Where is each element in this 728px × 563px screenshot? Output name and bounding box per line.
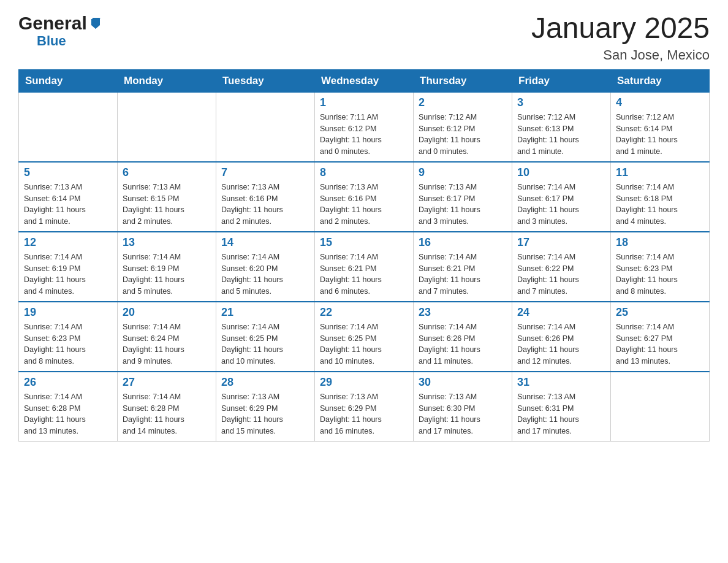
calendar-cell: 12Sunrise: 7:14 AMSunset: 6:19 PMDayligh… — [19, 232, 118, 302]
day-info: Sunrise: 7:13 AMSunset: 6:17 PMDaylight:… — [419, 182, 507, 228]
header-tuesday: Tuesday — [216, 69, 315, 92]
calendar-cell: 31Sunrise: 7:13 AMSunset: 6:31 PMDayligh… — [512, 372, 611, 442]
day-number: 26 — [24, 376, 112, 389]
calendar-cell — [216, 92, 315, 162]
header-friday: Friday — [512, 69, 611, 92]
logo-blue-label: Blue — [37, 34, 102, 48]
header-thursday: Thursday — [414, 69, 512, 92]
calendar-cell: 14Sunrise: 7:14 AMSunset: 6:20 PMDayligh… — [216, 232, 315, 302]
day-number: 27 — [123, 376, 211, 389]
calendar-cell: 5Sunrise: 7:13 AMSunset: 6:14 PMDaylight… — [19, 162, 118, 232]
day-number: 9 — [419, 166, 507, 179]
calendar-week-row: 1Sunrise: 7:11 AMSunset: 6:12 PMDaylight… — [19, 92, 710, 162]
day-number: 1 — [320, 96, 408, 109]
day-info: Sunrise: 7:11 AMSunset: 6:12 PMDaylight:… — [320, 112, 408, 158]
calendar-cell: 17Sunrise: 7:14 AMSunset: 6:22 PMDayligh… — [512, 232, 611, 302]
day-number: 28 — [221, 376, 309, 389]
day-info: Sunrise: 7:14 AMSunset: 6:27 PMDaylight:… — [616, 321, 704, 367]
day-info: Sunrise: 7:13 AMSunset: 6:30 PMDaylight:… — [419, 391, 507, 437]
calendar-cell: 11Sunrise: 7:14 AMSunset: 6:18 PMDayligh… — [611, 162, 710, 232]
day-info: Sunrise: 7:14 AMSunset: 6:26 PMDaylight:… — [517, 321, 605, 367]
calendar-table: SundayMondayTuesdayWednesdayThursdayFrid… — [18, 69, 710, 442]
day-number: 14 — [221, 236, 309, 249]
header-sunday: Sunday — [19, 69, 118, 92]
logo-general-label: General — [18, 13, 87, 34]
calendar-cell: 28Sunrise: 7:13 AMSunset: 6:29 PMDayligh… — [216, 372, 315, 442]
day-number: 24 — [517, 306, 605, 319]
calendar-cell: 26Sunrise: 7:14 AMSunset: 6:28 PMDayligh… — [19, 372, 118, 442]
day-number: 21 — [221, 306, 309, 319]
calendar-title: January 2025 — [531, 12, 710, 45]
day-info: Sunrise: 7:14 AMSunset: 6:19 PMDaylight:… — [24, 251, 112, 297]
calendar-cell: 25Sunrise: 7:14 AMSunset: 6:27 PMDayligh… — [611, 302, 710, 372]
logo-arrow-icon — [89, 13, 102, 34]
calendar-cell — [118, 92, 216, 162]
calendar-cell: 4Sunrise: 7:12 AMSunset: 6:14 PMDaylight… — [611, 92, 710, 162]
calendar-cell: 7Sunrise: 7:13 AMSunset: 6:16 PMDaylight… — [216, 162, 315, 232]
day-number: 20 — [123, 306, 211, 319]
day-number: 25 — [616, 306, 704, 319]
logo-general-text: General — [18, 12, 102, 34]
calendar-cell: 15Sunrise: 7:14 AMSunset: 6:21 PMDayligh… — [315, 232, 414, 302]
calendar-cell: 1Sunrise: 7:11 AMSunset: 6:12 PMDaylight… — [315, 92, 414, 162]
calendar-header-row: SundayMondayTuesdayWednesdayThursdayFrid… — [19, 69, 710, 92]
calendar-cell — [611, 372, 710, 442]
calendar-cell: 24Sunrise: 7:14 AMSunset: 6:26 PMDayligh… — [512, 302, 611, 372]
day-number: 19 — [24, 306, 112, 319]
day-number: 31 — [517, 376, 605, 389]
day-info: Sunrise: 7:13 AMSunset: 6:29 PMDaylight:… — [221, 391, 309, 437]
day-number: 4 — [616, 96, 704, 109]
day-info: Sunrise: 7:14 AMSunset: 6:25 PMDaylight:… — [320, 321, 408, 367]
calendar-cell: 30Sunrise: 7:13 AMSunset: 6:30 PMDayligh… — [414, 372, 512, 442]
calendar-cell: 8Sunrise: 7:13 AMSunset: 6:16 PMDaylight… — [315, 162, 414, 232]
day-number: 13 — [123, 236, 211, 249]
day-number: 29 — [320, 376, 408, 389]
header-monday: Monday — [118, 69, 216, 92]
day-number: 3 — [517, 96, 605, 109]
day-info: Sunrise: 7:14 AMSunset: 6:21 PMDaylight:… — [320, 251, 408, 297]
calendar-cell: 3Sunrise: 7:12 AMSunset: 6:13 PMDaylight… — [512, 92, 611, 162]
day-info: Sunrise: 7:14 AMSunset: 6:25 PMDaylight:… — [221, 321, 309, 367]
day-info: Sunrise: 7:14 AMSunset: 6:28 PMDaylight:… — [24, 391, 112, 437]
day-info: Sunrise: 7:14 AMSunset: 6:20 PMDaylight:… — [221, 251, 309, 297]
calendar-cell: 23Sunrise: 7:14 AMSunset: 6:26 PMDayligh… — [414, 302, 512, 372]
day-number: 30 — [419, 376, 507, 389]
day-number: 11 — [616, 166, 704, 179]
day-info: Sunrise: 7:14 AMSunset: 6:19 PMDaylight:… — [123, 251, 211, 297]
calendar-cell: 27Sunrise: 7:14 AMSunset: 6:28 PMDayligh… — [118, 372, 216, 442]
day-number: 22 — [320, 306, 408, 319]
calendar-cell: 13Sunrise: 7:14 AMSunset: 6:19 PMDayligh… — [118, 232, 216, 302]
day-info: Sunrise: 7:14 AMSunset: 6:26 PMDaylight:… — [419, 321, 507, 367]
logo: General Blue — [18, 12, 102, 48]
day-number: 6 — [123, 166, 211, 179]
calendar-cell: 2Sunrise: 7:12 AMSunset: 6:12 PMDaylight… — [414, 92, 512, 162]
day-info: Sunrise: 7:13 AMSunset: 6:15 PMDaylight:… — [123, 182, 211, 228]
day-number: 10 — [517, 166, 605, 179]
day-info: Sunrise: 7:14 AMSunset: 6:23 PMDaylight:… — [616, 251, 704, 297]
calendar-cell: 19Sunrise: 7:14 AMSunset: 6:23 PMDayligh… — [19, 302, 118, 372]
day-info: Sunrise: 7:12 AMSunset: 6:14 PMDaylight:… — [616, 112, 704, 158]
header-wednesday: Wednesday — [315, 69, 414, 92]
day-info: Sunrise: 7:14 AMSunset: 6:24 PMDaylight:… — [123, 321, 211, 367]
day-info: Sunrise: 7:13 AMSunset: 6:14 PMDaylight:… — [24, 182, 112, 228]
day-info: Sunrise: 7:12 AMSunset: 6:13 PMDaylight:… — [517, 112, 605, 158]
calendar-cell: 18Sunrise: 7:14 AMSunset: 6:23 PMDayligh… — [611, 232, 710, 302]
day-info: Sunrise: 7:13 AMSunset: 6:31 PMDaylight:… — [517, 391, 605, 437]
day-info: Sunrise: 7:13 AMSunset: 6:16 PMDaylight:… — [320, 182, 408, 228]
day-number: 17 — [517, 236, 605, 249]
page-header: General Blue January 2025 San Jose, Mexi… — [18, 12, 710, 63]
day-number: 5 — [24, 166, 112, 179]
calendar-week-row: 19Sunrise: 7:14 AMSunset: 6:23 PMDayligh… — [19, 302, 710, 372]
calendar-cell: 22Sunrise: 7:14 AMSunset: 6:25 PMDayligh… — [315, 302, 414, 372]
day-info: Sunrise: 7:14 AMSunset: 6:23 PMDaylight:… — [24, 321, 112, 367]
calendar-cell: 10Sunrise: 7:14 AMSunset: 6:17 PMDayligh… — [512, 162, 611, 232]
calendar-week-row: 5Sunrise: 7:13 AMSunset: 6:14 PMDaylight… — [19, 162, 710, 232]
day-info: Sunrise: 7:12 AMSunset: 6:12 PMDaylight:… — [419, 112, 507, 158]
calendar-cell: 6Sunrise: 7:13 AMSunset: 6:15 PMDaylight… — [118, 162, 216, 232]
day-info: Sunrise: 7:13 AMSunset: 6:29 PMDaylight:… — [320, 391, 408, 437]
calendar-cell: 20Sunrise: 7:14 AMSunset: 6:24 PMDayligh… — [118, 302, 216, 372]
title-area: January 2025 San Jose, Mexico — [531, 12, 710, 63]
day-info: Sunrise: 7:13 AMSunset: 6:16 PMDaylight:… — [221, 182, 309, 228]
calendar-week-row: 12Sunrise: 7:14 AMSunset: 6:19 PMDayligh… — [19, 232, 710, 302]
calendar-cell: 21Sunrise: 7:14 AMSunset: 6:25 PMDayligh… — [216, 302, 315, 372]
